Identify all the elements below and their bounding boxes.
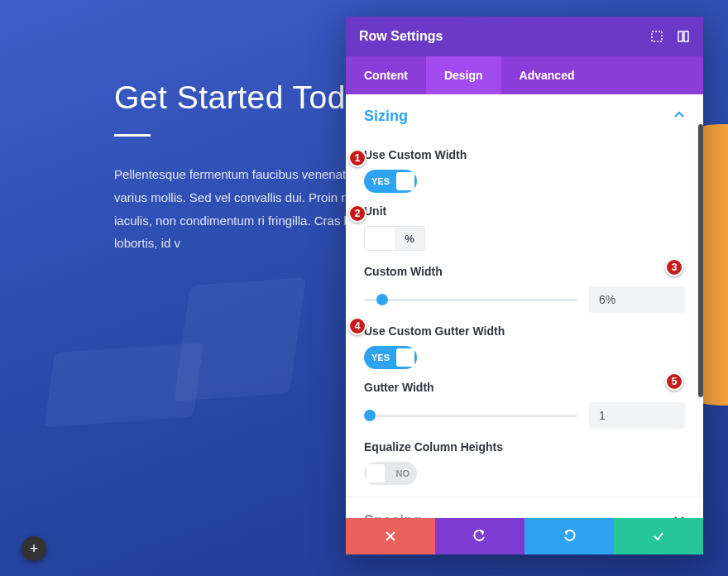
chevron-down-icon xyxy=(673,512,685,518)
section-spacing-title: Spacing xyxy=(364,512,422,518)
toggle-use-custom-gutter[interactable]: YES xyxy=(364,346,417,369)
decor-shape xyxy=(174,277,306,401)
slider-thumb[interactable] xyxy=(376,294,388,305)
tabs: Content Design Advanced xyxy=(346,56,703,94)
svg-rect-0 xyxy=(652,31,662,41)
slider-track xyxy=(364,415,577,417)
toggle-knob xyxy=(396,348,414,367)
modal-footer xyxy=(346,518,703,554)
svg-rect-1 xyxy=(678,31,682,41)
section-spacing-head[interactable]: Spacing xyxy=(346,497,703,518)
row-settings-modal: Row Settings Content Design Advanced Siz… xyxy=(346,17,703,554)
slider-track xyxy=(364,299,577,301)
toggle-knob xyxy=(366,464,385,482)
label-custom-width: Custom Width xyxy=(364,265,685,278)
slider-thumb[interactable] xyxy=(364,410,376,421)
tab-design[interactable]: Design xyxy=(426,56,501,94)
undo-button[interactable] xyxy=(435,518,524,554)
toggle-knob xyxy=(396,172,414,190)
value-gutter-width[interactable]: 1 xyxy=(589,402,685,429)
callout-3: 3 xyxy=(665,258,683,276)
svg-rect-2 xyxy=(684,31,688,41)
value-custom-width[interactable]: 6% xyxy=(589,286,685,313)
cancel-button[interactable] xyxy=(346,518,435,554)
section-sizing: Use Custom Width YES Unit % Custom Width… xyxy=(346,133,703,497)
callout-1: 1 xyxy=(348,149,366,167)
redo-button[interactable] xyxy=(524,518,614,554)
snap-icon[interactable] xyxy=(677,30,690,43)
modal-header: Row Settings xyxy=(346,17,703,56)
unit-seg-percent[interactable]: % xyxy=(395,227,424,250)
unit-seg-blank[interactable] xyxy=(365,227,395,250)
callout-5: 5 xyxy=(665,372,683,391)
unit-segmented[interactable]: % xyxy=(364,226,425,251)
section-sizing-head[interactable]: Sizing xyxy=(346,94,703,133)
save-button[interactable] xyxy=(614,518,703,554)
tab-content[interactable]: Content xyxy=(346,56,426,94)
hero-rule xyxy=(114,134,151,137)
label-use-custom-width: Use Custom Width xyxy=(364,148,685,161)
scrollbar[interactable] xyxy=(698,124,703,397)
toggle-equalize[interactable]: NO xyxy=(364,462,417,485)
add-fab[interactable]: + xyxy=(22,536,46,561)
chevron-up-icon xyxy=(673,108,685,125)
toggle-use-custom-width[interactable]: YES xyxy=(364,170,417,193)
section-sizing-title: Sizing xyxy=(364,108,408,125)
callout-2: 2 xyxy=(348,204,366,223)
callout-4: 4 xyxy=(348,317,366,335)
slider-gutter-width[interactable] xyxy=(364,409,577,422)
toggle-text: YES xyxy=(371,353,390,362)
expand-icon[interactable] xyxy=(650,30,663,43)
label-use-custom-gutter: Use Custom Gutter Width xyxy=(364,324,685,338)
toggle-text: YES xyxy=(371,176,390,186)
label-gutter-width: Gutter Width xyxy=(364,381,685,394)
label-unit: Unit xyxy=(364,204,685,218)
slider-custom-width[interactable] xyxy=(364,293,577,306)
toggle-text: NO xyxy=(396,468,410,478)
modal-title: Row Settings xyxy=(359,29,443,44)
label-equalize: Equalize Column Heights xyxy=(364,440,685,454)
panel-body: Sizing Use Custom Width YES Unit % Custo… xyxy=(346,94,703,518)
tab-advanced[interactable]: Advanced xyxy=(501,56,593,94)
